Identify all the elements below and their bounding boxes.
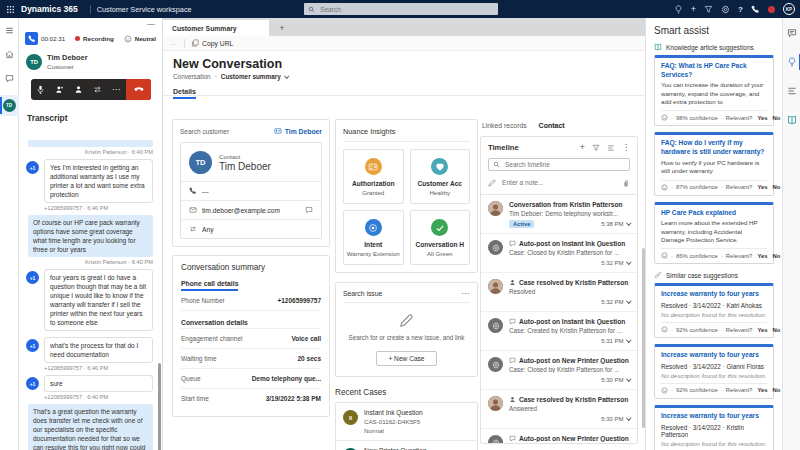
timeline-column: Linked records Contact Timeline + ⋮ — [480, 122, 638, 450]
breadcrumb-view[interactable]: Customer summary — [221, 73, 281, 80]
copy-url-button[interactable]: Copy URL — [191, 39, 233, 47]
help-icon[interactable]: ? — [738, 5, 743, 14]
knowledge-search-icon[interactable] — [783, 112, 800, 128]
sessions-icon[interactable] — [0, 71, 19, 85]
contact-name[interactable]: Tim Deboer — [219, 161, 271, 172]
brand-title[interactable]: Dynamics 365 — [21, 4, 78, 14]
chevron-down-icon[interactable] — [626, 338, 631, 343]
global-search-input[interactable] — [318, 5, 494, 14]
chevron-down-icon[interactable] — [626, 299, 631, 304]
relevant-no-button[interactable]: No — [773, 184, 781, 190]
article-title-link[interactable]: FAQ: What is HP Care Pack Services? — [661, 62, 767, 79]
record-types-icon[interactable] — [607, 144, 615, 152]
more-horizontal-icon[interactable]: ⋯ — [461, 289, 470, 298]
tab-linked-records[interactable]: Linked records — [482, 122, 527, 129]
active-session-tab[interactable]: TD — [0, 95, 19, 116]
caller-avatar: +1 — [26, 377, 39, 390]
new-case-button[interactable]: + New Case — [376, 351, 436, 366]
transcript-scrollbar[interactable] — [158, 363, 161, 450]
timeline-entry[interactable]: Case resolved by Kristin Patterson Answe… — [481, 390, 637, 429]
chevron-down-icon[interactable] — [626, 416, 631, 421]
app-name[interactable]: Customer Service workspace — [97, 5, 192, 14]
contact-mini-card[interactable]: TD Contact Tim Deboer --- ti — [180, 142, 322, 239]
tab-customer-summary[interactable]: Customer Summary — [163, 20, 269, 36]
sentiment-smiley-icon — [661, 114, 668, 121]
relevant-no-button[interactable]: No — [773, 253, 781, 259]
relevant-yes-button[interactable]: Yes — [757, 327, 767, 333]
chat-icon[interactable] — [305, 206, 313, 214]
relevant-no-button[interactable]: No — [773, 387, 781, 393]
search-issue-card: Search issue ⋯ Search for or create a ne… — [335, 282, 478, 377]
auto-post-avatar — [488, 435, 503, 444]
article-title-link[interactable]: HP Care Pack explained — [661, 209, 767, 218]
mute-mic-button[interactable] — [31, 79, 50, 100]
timeline-entry[interactable]: Auto-post on Instant Ink Question Case: … — [481, 312, 637, 351]
command-bar: ← Copy URL — [163, 36, 645, 51]
page-title: New Conversation — [173, 57, 635, 71]
phone-icon[interactable] — [751, 5, 760, 14]
global-search[interactable] — [304, 3, 498, 15]
timeline-entry[interactable]: Case resolved by Kristin Patterson Resol… — [481, 273, 637, 312]
participants-button[interactable] — [69, 79, 88, 100]
teams-chat-icon[interactable] — [783, 25, 800, 41]
timeline-entry[interactable]: Auto-post on New Printer Question Case: … — [481, 429, 637, 444]
settings-gear-icon[interactable] — [721, 5, 730, 14]
filter-icon[interactable] — [704, 5, 713, 14]
contact-email-value[interactable]: tim.deboer@example.com — [202, 207, 280, 214]
message-meta: +12065999757 · 6:40 PM — [44, 394, 153, 400]
record-type-label: Contact — [219, 153, 271, 160]
chevron-down-icon[interactable] — [626, 221, 631, 226]
conversation-details-header: Conversation details — [181, 311, 321, 329]
tab-contact[interactable]: Contact — [539, 122, 565, 129]
lightbulb-icon[interactable] — [674, 5, 683, 14]
relevant-yes-button[interactable]: Yes — [757, 184, 767, 190]
case-title-link[interactable]: Increase warranty to four years — [661, 351, 767, 360]
presence-status-dot[interactable] — [768, 6, 775, 13]
note-composer[interactable] — [481, 171, 637, 195]
timeline-entry[interactable]: Conversation from Kristin Patterson Tim … — [481, 195, 637, 234]
more-vertical-icon[interactable]: ⋮ — [622, 143, 630, 152]
end-call-button[interactable] — [126, 79, 151, 100]
case-list-item[interactable]: NP New Printer Question CAS-01161-C6K5G9 — [336, 440, 477, 450]
chevron-down-icon[interactable] — [626, 377, 631, 382]
home-icon[interactable] — [0, 47, 19, 61]
article-title-link[interactable]: FAQ: How do I verify if my hardware is s… — [661, 139, 767, 156]
add-icon[interactable]: + — [580, 143, 585, 152]
minimize-icon[interactable]: — — [147, 19, 155, 28]
back-icon[interactable]: ← — [170, 39, 178, 48]
caller-avatar: +1 — [26, 161, 39, 174]
timeline-search-input[interactable] — [503, 160, 625, 169]
transcript-list[interactable]: Kristin Patterson · 6:40 PM +1 Yes I'm i… — [19, 136, 159, 450]
smart-assist-tool-icon[interactable] — [783, 54, 800, 70]
add-icon[interactable]: + — [691, 4, 696, 14]
case-title-link[interactable]: Increase warranty to four years — [661, 290, 767, 299]
sentiment-smiley-icon — [661, 326, 668, 333]
timeline-entry[interactable]: Auto-post on New Printer Question Case: … — [481, 351, 637, 390]
more-call-options-button[interactable]: ⋯ — [107, 79, 126, 100]
timeline-entry[interactable]: Auto-post on Instant Ink Question Case: … — [481, 234, 637, 273]
case-list-item[interactable]: II Instant Ink Question CAS-01162-D4K5F5… — [336, 403, 477, 440]
note-input[interactable] — [500, 178, 618, 187]
chevron-down-icon[interactable] — [626, 260, 631, 265]
tab-phone-call-details[interactable]: Phone call details — [181, 280, 238, 291]
agent-scripts-icon[interactable] — [783, 83, 800, 99]
relevant-yes-button[interactable]: Yes — [757, 387, 767, 393]
customer-lookup-link[interactable]: Tim Deboer — [274, 127, 322, 135]
relevant-no-button[interactable]: No — [773, 115, 781, 121]
chevron-down-icon[interactable] — [284, 73, 289, 78]
relevant-no-button[interactable]: No — [773, 327, 781, 333]
transfer-button[interactable] — [88, 79, 107, 100]
relevant-yes-button[interactable]: Yes — [757, 115, 767, 121]
waffle-icon[interactable] — [0, 5, 20, 14]
user-avatar[interactable]: KP — [783, 3, 795, 15]
tab-details[interactable]: Details — [173, 88, 196, 99]
contact-method-value: Any — [202, 226, 214, 233]
filter-icon[interactable] — [592, 144, 600, 152]
case-title-link[interactable]: Increase warranty to four years — [661, 412, 767, 421]
menu-icon[interactable] — [0, 23, 19, 37]
timeline-search[interactable] — [488, 158, 630, 171]
relevant-yes-button[interactable]: Yes — [757, 253, 767, 259]
consult-button[interactable] — [50, 79, 69, 100]
paperclip-icon[interactable] — [622, 179, 630, 187]
add-tab-icon[interactable]: + — [269, 20, 295, 36]
